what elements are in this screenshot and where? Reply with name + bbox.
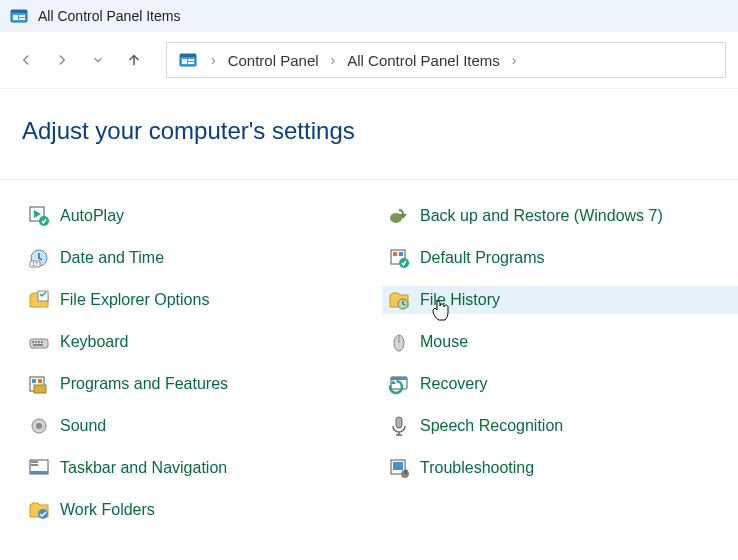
svg-rect-47 [393, 462, 403, 470]
svg-rect-24 [32, 341, 34, 343]
cp-item-sound[interactable]: Sound [22, 412, 382, 440]
microphone-icon [388, 415, 410, 437]
svg-rect-45 [31, 464, 38, 466]
svg-rect-19 [399, 252, 403, 256]
breadcrumb-current[interactable]: All Control Panel Items [347, 52, 500, 69]
svg-rect-28 [33, 344, 43, 346]
svg-rect-9 [188, 62, 194, 64]
cp-item-mouse[interactable]: Mouse [382, 328, 738, 356]
svg-rect-32 [32, 379, 36, 383]
cp-item-label: File Explorer Options [60, 291, 209, 309]
cp-item-label: Date and Time [60, 249, 164, 267]
svg-point-40 [36, 423, 42, 429]
chevron-right-icon: › [209, 52, 218, 68]
svg-rect-27 [41, 341, 43, 343]
svg-rect-34 [34, 385, 46, 393]
svg-rect-18 [393, 252, 397, 256]
cp-item-label: Back up and Restore (Windows 7) [420, 207, 663, 225]
chevron-right-icon: › [329, 52, 338, 68]
svg-rect-36 [391, 377, 407, 380]
cp-item-label: AutoPlay [60, 207, 124, 225]
troubleshoot-icon [388, 457, 410, 479]
svg-rect-4 [19, 18, 25, 20]
cp-item-explorer[interactable]: File Explorer Options [22, 286, 382, 314]
cp-item-filehistory[interactable]: File History [382, 286, 738, 314]
svg-rect-43 [30, 471, 48, 474]
sound-icon [28, 415, 50, 437]
breadcrumb-root[interactable]: Control Panel [228, 52, 319, 69]
cp-item-label: Speech Recognition [420, 417, 563, 435]
folder-options-icon [28, 289, 50, 311]
file-history-icon [388, 289, 410, 311]
svg-rect-33 [38, 379, 42, 383]
clock-icon: 17 [28, 247, 50, 269]
cp-item-label: Recovery [420, 375, 488, 393]
cp-item-speech[interactable]: Speech Recognition [382, 412, 738, 440]
cp-item-backup[interactable]: Back up and Restore (Windows 7) [382, 202, 738, 230]
forward-button[interactable] [48, 46, 76, 74]
cp-item-recovery[interactable]: Recovery [382, 370, 738, 398]
cp-item-label: Keyboard [60, 333, 129, 351]
programs-icon [28, 373, 50, 395]
recent-dropdown[interactable] [84, 46, 112, 74]
keyboard-icon [28, 331, 50, 353]
page-title: Adjust your computer's settings [0, 89, 738, 179]
svg-rect-26 [38, 341, 40, 343]
svg-text:17: 17 [32, 261, 38, 267]
svg-rect-1 [11, 10, 27, 13]
cp-item-label: File History [420, 291, 500, 309]
cp-item-default[interactable]: Default Programs [382, 244, 738, 272]
items-grid: AutoPlay Back up and Restore (Windows 7)… [0, 180, 738, 546]
cp-item-taskbar[interactable]: Taskbar and Navigation [22, 454, 382, 482]
taskbar-icon [28, 457, 50, 479]
svg-rect-3 [19, 15, 25, 17]
svg-rect-8 [188, 59, 194, 61]
cp-item-workfolders[interactable]: Work Folders [22, 496, 382, 524]
mouse-icon [388, 331, 410, 353]
svg-rect-41 [396, 417, 402, 428]
cp-item-label: Default Programs [420, 249, 545, 267]
autoplay-icon [28, 205, 50, 227]
cp-item-label: Programs and Features [60, 375, 228, 393]
cp-item-label: Sound [60, 417, 106, 435]
window-title: All Control Panel Items [38, 8, 180, 24]
svg-rect-25 [35, 341, 37, 343]
cp-item-keyboard[interactable]: Keyboard [22, 328, 382, 356]
work-folders-icon [28, 499, 50, 521]
recovery-icon [388, 373, 410, 395]
svg-rect-44 [31, 461, 38, 463]
up-button[interactable] [120, 46, 148, 74]
svg-rect-23 [30, 339, 48, 348]
cp-item-programs[interactable]: Programs and Features [22, 370, 382, 398]
backup-icon [388, 205, 410, 227]
back-button[interactable] [12, 46, 40, 74]
control-panel-icon [8, 5, 30, 27]
cp-item-label: Mouse [420, 333, 468, 351]
cp-item-label: Work Folders [60, 501, 155, 519]
default-programs-icon [388, 247, 410, 269]
titlebar: All Control Panel Items [0, 0, 738, 32]
chevron-right-icon: › [510, 52, 519, 68]
navbar: › Control Panel › All Control Panel Item… [0, 32, 738, 89]
cp-item-troubleshoot[interactable]: Troubleshooting [382, 454, 738, 482]
cp-item-autoplay[interactable]: AutoPlay [22, 202, 382, 230]
svg-rect-7 [182, 59, 187, 64]
cp-item-label: Troubleshooting [420, 459, 534, 477]
addressbar[interactable]: › Control Panel › All Control Panel Item… [166, 42, 726, 78]
svg-rect-2 [13, 15, 18, 20]
control-panel-icon [177, 49, 199, 71]
cp-item-label: Taskbar and Navigation [60, 459, 227, 477]
svg-rect-6 [180, 54, 196, 57]
cp-item-datetime[interactable]: 17 Date and Time [22, 244, 382, 272]
